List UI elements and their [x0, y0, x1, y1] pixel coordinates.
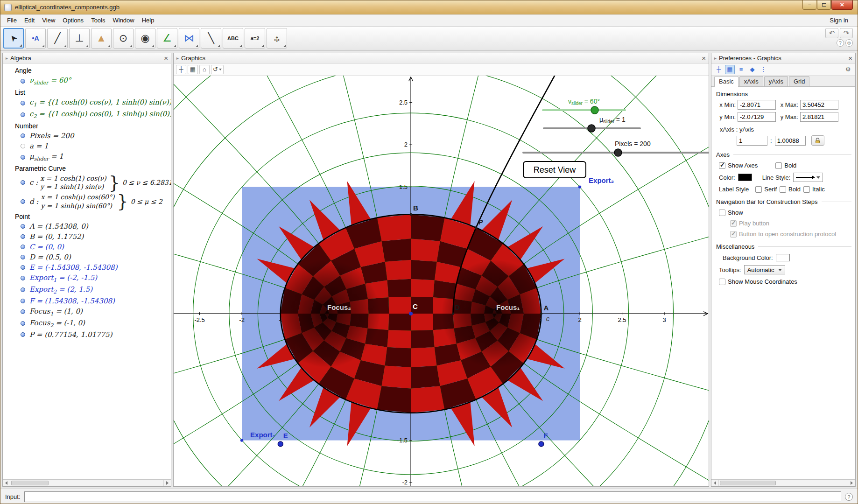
graphics-canvas[interactable]: -2.5-2-1.5-1-0.50.511.522.53-2-1.5-1-0.5… — [174, 76, 709, 486]
point-F[interactable] — [539, 441, 544, 447]
point-P[interactable] — [475, 226, 478, 229]
visibility-marble[interactable] — [21, 276, 25, 280]
menu-file[interactable]: File — [3, 15, 21, 26]
scroll-left-icon[interactable] — [3, 480, 10, 486]
tab-xaxis[interactable]: xAxis — [739, 76, 763, 86]
visibility-marble[interactable] — [21, 265, 25, 270]
tool-dropdown-caret-icon[interactable] — [196, 45, 198, 47]
tool-reflect-button[interactable]: ⋈ — [179, 28, 199, 49]
visibility-marble[interactable] — [21, 199, 25, 204]
visibility-marble[interactable] — [21, 245, 25, 249]
tool-dropdown-caret-icon[interactable] — [152, 45, 154, 47]
lock-ratio-button[interactable] — [811, 135, 824, 146]
ymax-input[interactable] — [800, 112, 838, 122]
maximize-button[interactable] — [817, 0, 831, 10]
serif-checkbox[interactable]: Serif — [755, 186, 777, 193]
menu-window[interactable]: Window — [109, 15, 138, 26]
algebra-group-list[interactable]: List — [3, 87, 171, 97]
prefs-settings-icon[interactable]: ⚙ — [843, 65, 853, 74]
tooltips-dropdown[interactable]: Automatic — [744, 265, 785, 274]
ymin-input[interactable] — [738, 112, 776, 122]
mu-slider-knob[interactable] — [588, 125, 595, 132]
visibility-marble[interactable] — [21, 224, 25, 229]
scroll-thumb[interactable] — [720, 481, 776, 485]
visibility-marble[interactable] — [21, 234, 25, 239]
visibility-marble[interactable] — [21, 101, 25, 105]
help-icon[interactable]: ? — [837, 39, 844, 47]
tool-dropdown-caret-icon[interactable] — [174, 45, 176, 47]
scroll-right-icon[interactable] — [163, 480, 171, 486]
prefs-graphics-icon[interactable]: ▦ — [725, 65, 735, 74]
algebra-item[interactable]: D = (0.5, 0) — [3, 252, 171, 262]
algebra-item[interactable]: a = 1 — [3, 141, 171, 151]
prefs-hscrollbar[interactable] — [711, 479, 855, 486]
prefs-advanced-icon[interactable]: ⋮ — [759, 65, 768, 74]
point-A[interactable] — [540, 312, 542, 315]
view-menu-button[interactable]: ↺ — [211, 65, 224, 74]
visibility-marble[interactable] — [21, 133, 25, 138]
algebra-hscrollbar[interactable] — [3, 479, 171, 486]
mouse-coords-checkbox[interactable]: Show Mouse Coordinates — [719, 278, 797, 285]
visibility-marble[interactable] — [21, 332, 25, 337]
axes-bold-checkbox[interactable]: Bold — [775, 162, 796, 169]
graphics-close-icon[interactable] — [702, 55, 706, 62]
tool-best-fit-line-button[interactable]: ╲ — [201, 28, 221, 49]
algebra-item[interactable]: c :x = 1 cosh(1) cos(ν)y = 1 sinh(1) sin… — [3, 173, 171, 192]
algebra-item[interactable]: Focus1 = (1, 0) — [3, 306, 171, 318]
settings-gear-icon[interactable]: ⚙ — [845, 39, 853, 47]
undo-button[interactable]: ↶ — [825, 28, 838, 38]
visibility-marble[interactable] — [21, 155, 25, 160]
tab-yaxis[interactable]: yAxis — [764, 76, 788, 86]
label-bold-checkbox[interactable]: Bold — [780, 186, 801, 193]
xmin-input[interactable] — [738, 100, 776, 110]
tool-dropdown-caret-icon[interactable] — [239, 45, 242, 47]
nu-slider-knob[interactable] — [591, 106, 598, 114]
point-C[interactable] — [409, 312, 413, 315]
algebra-item[interactable]: Export2 = (2, 1.5) — [3, 284, 171, 296]
line-style-dropdown[interactable] — [793, 173, 823, 182]
tool-dropdown-caret-icon[interactable] — [108, 45, 110, 47]
prefs-objects-icon[interactable]: ┼ — [714, 65, 724, 74]
tool-perpendicular-line-button[interactable]: ⊥ — [69, 28, 90, 49]
algebra-item[interactable]: C = (0, 0) — [3, 242, 171, 252]
redo-button[interactable]: ↷ — [840, 28, 853, 38]
menu-edit[interactable]: Edit — [21, 15, 38, 26]
algebra-item[interactable]: c1 = {(1 cosh(0) cos(ν), 1 sinh(0) sin(ν… — [3, 97, 171, 109]
algebra-item[interactable]: P = (0.77154, 1.01775) — [3, 329, 171, 340]
input-help-icon[interactable]: ? — [845, 493, 853, 501]
command-input[interactable] — [24, 491, 841, 502]
tab-grid[interactable]: Grid — [789, 76, 810, 86]
close-button[interactable] — [831, 0, 853, 10]
visibility-marble[interactable] — [21, 287, 25, 292]
point-D[interactable] — [452, 312, 454, 315]
axes-color-swatch[interactable] — [738, 174, 752, 181]
tool-circle-button[interactable]: ⊙ — [113, 28, 134, 49]
pixels-slider-knob[interactable] — [614, 149, 622, 156]
prefs-layout-icon[interactable]: ≡ — [736, 65, 746, 74]
toggle-grid-button[interactable]: ▦ — [188, 65, 198, 74]
ratio-x-input[interactable] — [737, 136, 767, 146]
minimize-button[interactable] — [802, 0, 816, 10]
tool-dropdown-caret-icon[interactable] — [64, 45, 66, 47]
tool-angle-button[interactable]: ∠ — [157, 28, 177, 49]
point-Export2[interactable] — [578, 185, 581, 188]
algebra-group-point[interactable]: Point — [3, 211, 171, 221]
algebra-item[interactable]: Export1 = (-2, -1.5) — [3, 273, 171, 284]
scroll-thumb[interactable] — [11, 481, 49, 485]
tool-dropdown-caret-icon[interactable] — [218, 45, 220, 47]
toggle-axes-button[interactable]: ┼ — [176, 65, 186, 74]
visibility-marble[interactable] — [21, 180, 25, 185]
algebra-group-number[interactable]: Number — [3, 120, 171, 131]
tool-conic-button[interactable]: ◉ — [135, 28, 155, 49]
label-italic-checkbox[interactable]: Italic — [803, 186, 825, 193]
algebra-group-angle[interactable]: Angle — [3, 65, 171, 75]
algebra-item[interactable]: A = (1.54308, 0) — [3, 221, 171, 231]
navbar-show-checkbox[interactable]: Show — [719, 209, 743, 216]
prefs-defaults-icon[interactable]: ◆ — [747, 65, 757, 74]
standard-view-button[interactable]: ⌂ — [199, 65, 210, 74]
visibility-marble[interactable] — [21, 112, 25, 117]
algebra-item[interactable]: E = (-1.54308, -1.54308) — [3, 262, 171, 273]
visibility-marble[interactable] — [21, 309, 25, 314]
ratio-y-input[interactable] — [775, 136, 806, 146]
menu-tools[interactable]: Tools — [87, 15, 109, 26]
